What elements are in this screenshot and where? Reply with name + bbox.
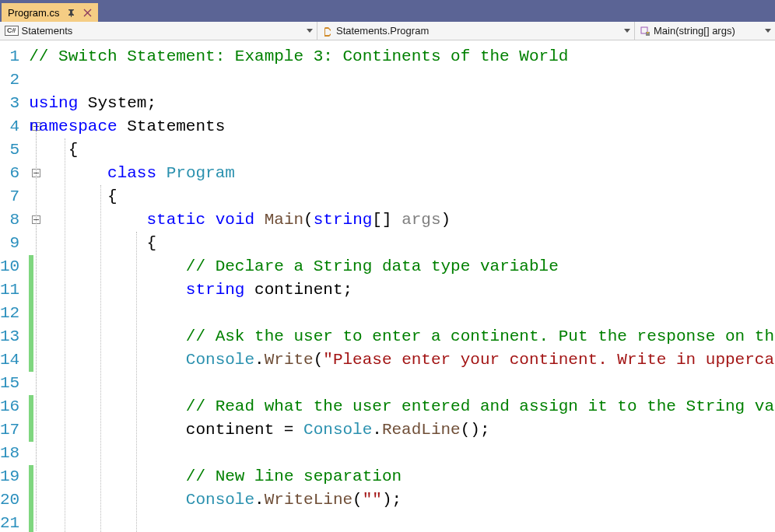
line-number: 5 (0, 138, 19, 162)
code-area[interactable]: // Switch Statement: Example 3: Continen… (29, 40, 775, 532)
line-number: 3 (0, 92, 19, 115)
indent-guide (136, 232, 137, 532)
code-line[interactable]: class Program (29, 162, 775, 185)
code-line[interactable] (29, 302, 775, 325)
code-line[interactable]: { (29, 232, 775, 255)
nav-method-dropdown[interactable]: Main(string[] args) (635, 22, 775, 40)
method-icon (640, 26, 651, 37)
line-number: 1 (0, 45, 19, 68)
close-icon[interactable] (83, 9, 92, 17)
csharp-icon: C# (5, 26, 19, 36)
indent-guide (65, 138, 65, 532)
line-number: 6 (0, 162, 19, 185)
nav-scope-dropdown[interactable]: C# Statements (0, 22, 317, 40)
code-line[interactable]: // New line separation (29, 465, 775, 488)
code-line[interactable] (29, 68, 775, 92)
code-line[interactable]: static void Main(string[] args) (29, 208, 775, 232)
line-number: 12 (0, 302, 19, 325)
nav-class-dropdown[interactable]: Statements.Program (317, 22, 635, 40)
line-number: 16 (0, 395, 19, 418)
code-line[interactable]: // Ask the user to enter a continent. Pu… (29, 325, 775, 348)
code-line[interactable] (29, 442, 775, 465)
class-icon (322, 26, 333, 37)
file-tab[interactable]: Program.cs (2, 3, 98, 22)
line-number: 15 (0, 372, 19, 395)
navigation-bar: C# Statements Statements.Program Main(st… (0, 22, 775, 40)
code-line[interactable]: // Declare a String data type variable (29, 255, 775, 278)
code-line[interactable]: // Switch Statement: Example 3: Continen… (29, 45, 775, 68)
code-line[interactable]: Console.WriteLine(""); (29, 488, 775, 512)
indent-guide (100, 185, 101, 532)
code-line[interactable]: namespace Statements (29, 115, 775, 138)
code-line[interactable]: { (29, 185, 775, 208)
code-line[interactable]: // Read what the user entered and assign… (29, 395, 775, 418)
chevron-down-icon (623, 27, 631, 35)
line-number: 8 (0, 208, 19, 232)
line-number: 11 (0, 278, 19, 302)
code-line[interactable]: using System; (29, 92, 775, 115)
line-number: 10 (0, 255, 19, 278)
line-number: 19 (0, 465, 19, 488)
line-number: 7 (0, 185, 19, 208)
line-number: 14 (0, 348, 19, 372)
code-line[interactable]: continent = Console.ReadLine(); (29, 418, 775, 442)
chevron-down-icon (764, 27, 772, 35)
chevron-down-icon (306, 27, 314, 35)
line-number: 20 (0, 488, 19, 512)
line-number: 13 (0, 325, 19, 348)
line-number: 17 (0, 418, 19, 442)
nav-scope-label: Statements (22, 25, 73, 37)
code-line[interactable]: string continent; (29, 278, 775, 302)
code-line[interactable]: Console.Write("Please enter your contine… (29, 348, 775, 372)
code-line[interactable] (29, 372, 775, 395)
line-number: 4 (0, 115, 19, 138)
line-number: 9 (0, 232, 19, 255)
line-number: 18 (0, 442, 19, 465)
svg-rect-2 (647, 32, 649, 33)
nav-class-label: Statements.Program (336, 25, 429, 37)
title-bar: Program.cs (0, 0, 775, 22)
line-number: 2 (0, 68, 19, 92)
code-editor[interactable]: 123456789101112131415161718192021 // Swi… (0, 40, 775, 532)
tab-title: Program.cs (8, 7, 59, 19)
line-number: 21 (0, 512, 19, 532)
code-line[interactable] (29, 512, 775, 532)
nav-method-label: Main(string[] args) (654, 25, 735, 37)
code-line[interactable]: { (29, 138, 775, 162)
pin-icon[interactable] (67, 9, 75, 17)
line-number-gutter: 123456789101112131415161718192021 (0, 40, 29, 532)
